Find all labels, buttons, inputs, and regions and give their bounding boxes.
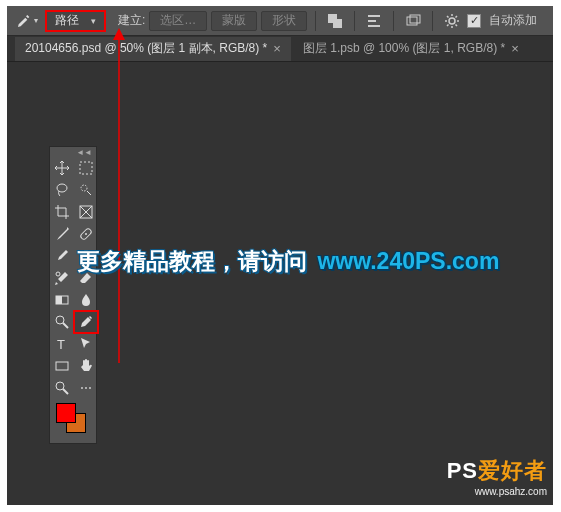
shape-button[interactable]: 形状 bbox=[261, 11, 307, 31]
hand-tool[interactable] bbox=[74, 355, 98, 377]
watermark-logo-2: 爱好者 bbox=[478, 458, 547, 483]
separator bbox=[432, 11, 433, 31]
tab-document-1[interactable]: 20104656.psd @ 50% (图层 1 副本, RGB/8) * × bbox=[15, 37, 291, 61]
pen-tool-indicator[interactable]: ▾ bbox=[13, 10, 41, 32]
frame-tool[interactable] bbox=[74, 201, 98, 223]
build-label: 建立: bbox=[118, 12, 145, 29]
svg-point-10 bbox=[81, 185, 87, 191]
tab-label: 图层 1.psb @ 100% (图层 1, RGB/8) * bbox=[303, 40, 505, 57]
svg-point-9 bbox=[57, 184, 67, 192]
arrange-icon[interactable] bbox=[402, 10, 424, 32]
overlay-text: 更多精品教程，请访问 www.240PS.com bbox=[77, 246, 499, 277]
color-swatches[interactable] bbox=[50, 399, 96, 443]
auto-add-label: 自动添加 bbox=[489, 12, 537, 29]
svg-rect-16 bbox=[56, 296, 62, 304]
svg-rect-2 bbox=[368, 15, 380, 17]
pen-tool[interactable] bbox=[74, 311, 98, 333]
brush-tool[interactable] bbox=[50, 245, 74, 267]
svg-rect-3 bbox=[368, 20, 376, 22]
path-op-combine-icon[interactable] bbox=[324, 10, 346, 32]
separator bbox=[354, 11, 355, 31]
tools-panel: ◄◄ T ⋯ bbox=[49, 146, 97, 444]
svg-rect-19 bbox=[56, 362, 68, 370]
svg-rect-4 bbox=[368, 25, 380, 27]
svg-rect-6 bbox=[410, 15, 420, 23]
separator bbox=[315, 11, 316, 31]
tab-document-2[interactable]: 图层 1.psb @ 100% (图层 1, RGB/8) * × bbox=[293, 37, 529, 61]
svg-point-20 bbox=[56, 382, 64, 390]
options-bar: ▾ 路径 ▾ 建立: 选区… 蒙版 形状 ✓ 自动添加 bbox=[7, 6, 553, 36]
document-tabs: 20104656.psd @ 50% (图层 1 副本, RGB/8) * × … bbox=[7, 36, 553, 62]
close-icon[interactable]: × bbox=[273, 41, 281, 56]
edit-toolbar[interactable]: ⋯ bbox=[74, 377, 98, 399]
watermark-url: www.psahz.com bbox=[447, 486, 547, 497]
overlay-part1: 更多精品教程，请访问 bbox=[77, 248, 307, 274]
crop-tool[interactable] bbox=[50, 201, 74, 223]
svg-text:T: T bbox=[57, 337, 65, 352]
auto-add-checkbox[interactable]: ✓ bbox=[467, 14, 481, 28]
app-window: ▾ 路径 ▾ 建立: 选区… 蒙版 形状 ✓ 自动添加 20104656.psd… bbox=[7, 6, 553, 505]
align-icon[interactable] bbox=[363, 10, 385, 32]
separator bbox=[393, 11, 394, 31]
eyedropper-tool[interactable] bbox=[50, 223, 74, 245]
path-select-tool[interactable] bbox=[74, 333, 98, 355]
close-icon[interactable]: × bbox=[511, 41, 519, 56]
svg-rect-1 bbox=[333, 19, 342, 28]
svg-point-7 bbox=[449, 18, 455, 24]
tab-label: 20104656.psd @ 50% (图层 1 副本, RGB/8) * bbox=[25, 40, 267, 57]
zoom-tool[interactable] bbox=[50, 377, 74, 399]
selection-button[interactable]: 选区… bbox=[149, 11, 207, 31]
overlay-part2: www.240PS.com bbox=[317, 248, 499, 274]
mode-dropdown-label: 路径 bbox=[55, 12, 79, 29]
mask-button[interactable]: 蒙版 bbox=[211, 11, 257, 31]
marquee-tool[interactable] bbox=[74, 157, 98, 179]
type-tool[interactable]: T bbox=[50, 333, 74, 355]
svg-rect-5 bbox=[407, 17, 417, 25]
history-brush-tool[interactable] bbox=[50, 267, 74, 289]
watermark-logo-1: PS bbox=[447, 458, 478, 483]
svg-point-14 bbox=[56, 272, 60, 276]
lasso-tool[interactable] bbox=[50, 179, 74, 201]
svg-rect-8 bbox=[80, 162, 92, 174]
svg-point-17 bbox=[56, 316, 64, 324]
gradient-tool[interactable] bbox=[50, 289, 74, 311]
blur-tool[interactable] bbox=[74, 289, 98, 311]
chevron-down-icon: ▾ bbox=[91, 16, 96, 26]
watermark: PS爱好者 www.psahz.com bbox=[447, 456, 547, 497]
quick-select-tool[interactable] bbox=[74, 179, 98, 201]
dodge-tool[interactable] bbox=[50, 311, 74, 333]
mode-dropdown[interactable]: 路径 ▾ bbox=[45, 10, 106, 32]
panel-collapse-icon[interactable]: ◄◄ bbox=[50, 147, 96, 157]
rectangle-tool[interactable] bbox=[50, 355, 74, 377]
healing-tool[interactable] bbox=[74, 223, 98, 245]
gear-icon[interactable] bbox=[441, 10, 463, 32]
move-tool[interactable] bbox=[50, 157, 74, 179]
foreground-swatch[interactable] bbox=[56, 403, 76, 423]
svg-point-13 bbox=[85, 233, 87, 235]
